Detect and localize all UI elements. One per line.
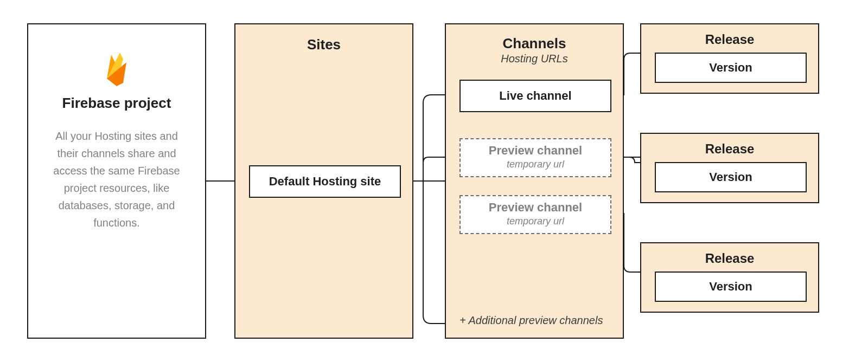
release-1-title: Release — [641, 32, 818, 47]
firebase-logo-icon — [104, 51, 130, 88]
release-3-version: Version — [709, 280, 752, 294]
release-2-panel: Release Version — [640, 133, 819, 203]
preview-channel-2-box: Preview channel temporary url — [459, 195, 611, 234]
live-channel-box: Live channel — [459, 80, 611, 112]
preview-channel-1-sub: temporary url — [461, 159, 610, 170]
release-3-title: Release — [641, 251, 818, 266]
default-site-box: Default Hosting site — [249, 165, 401, 198]
preview-channel-1-box: Preview channel temporary url — [459, 138, 611, 177]
channels-footer: + Additional preview channels — [459, 314, 603, 327]
firebase-project-panel: Firebase project All your Hosting sites … — [27, 23, 206, 339]
project-title: Firebase project — [28, 95, 205, 112]
preview-channel-2-title: Preview channel — [461, 201, 610, 215]
release-1-panel: Release Version — [640, 23, 819, 94]
preview-channel-1-title: Preview channel — [461, 144, 610, 158]
live-channel-label: Live channel — [499, 89, 571, 103]
sites-panel: Sites Default Hosting site — [234, 23, 413, 339]
release-1-version-box: Version — [655, 53, 807, 83]
channels-panel: Channels Hosting URLs Live channel Previ… — [445, 23, 624, 339]
sites-title: Sites — [235, 36, 412, 53]
default-site-label: Default Hosting site — [269, 174, 381, 189]
release-2-version: Version — [709, 170, 752, 184]
release-2-version-box: Version — [655, 162, 807, 192]
release-2-title: Release — [641, 141, 818, 157]
channels-title: Channels — [446, 35, 623, 52]
channels-subtitle: Hosting URLs — [446, 53, 623, 65]
release-3-version-box: Version — [655, 272, 807, 302]
release-1-version: Version — [709, 61, 752, 75]
preview-channel-2-sub: temporary url — [461, 216, 610, 227]
release-3-panel: Release Version — [640, 242, 819, 313]
project-description: All your Hosting sites and their channel… — [43, 127, 190, 231]
